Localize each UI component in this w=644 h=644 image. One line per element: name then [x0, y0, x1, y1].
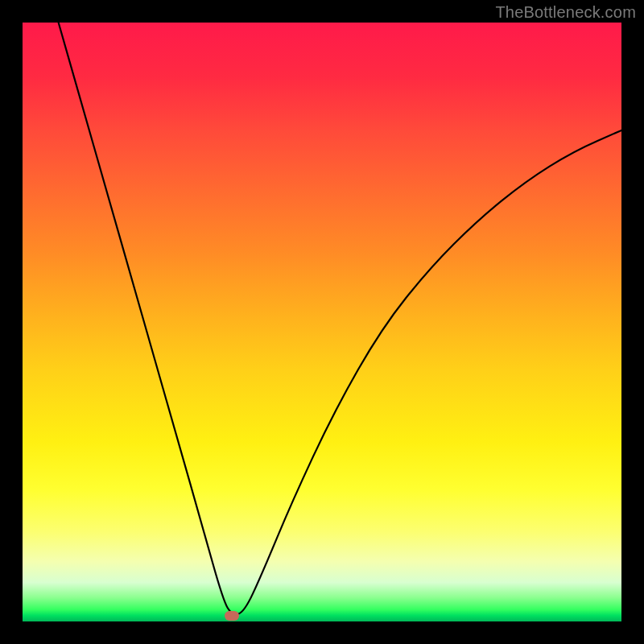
- chart-frame: TheBottleneck.com: [0, 0, 644, 644]
- plot-area: [23, 23, 621, 621]
- optimal-point-marker: [225, 611, 239, 621]
- watermark-text: TheBottleneck.com: [495, 3, 636, 22]
- bottleneck-curve: [23, 23, 621, 621]
